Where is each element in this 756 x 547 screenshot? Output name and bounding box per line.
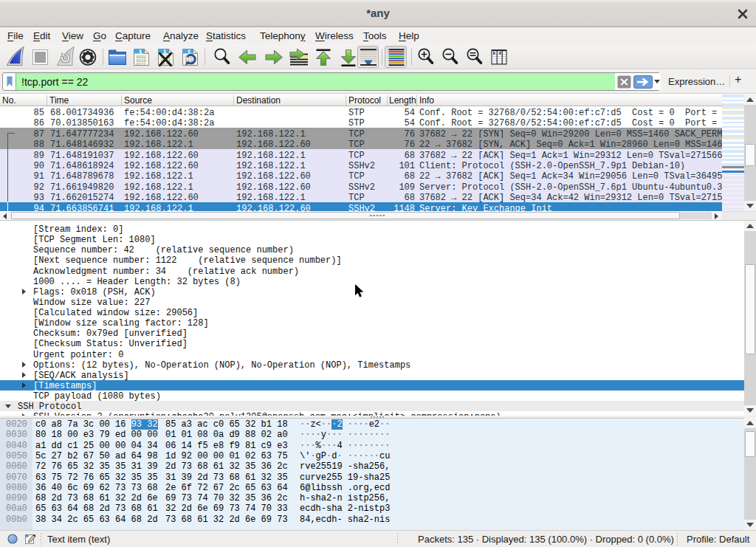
svg-text:0111: 0111 [137,62,147,67]
